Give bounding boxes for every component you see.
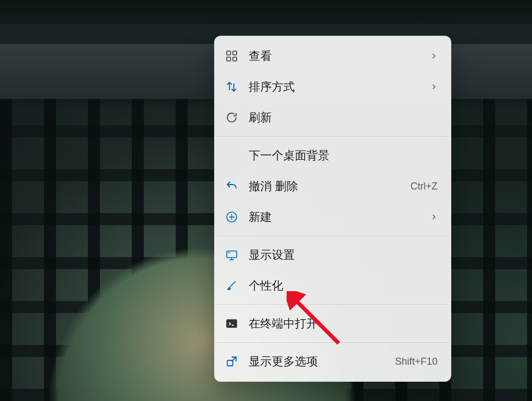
- menu-item-show-more-options[interactable]: 显示更多选项 Shift+F10: [215, 346, 451, 377]
- desktop-context-menu: 查看 排序方式 刷新 下一个桌面背景: [214, 36, 451, 382]
- svg-rect-1: [233, 51, 237, 55]
- menu-divider: [217, 342, 449, 343]
- menu-item-sort[interactable]: 排序方式: [215, 71, 451, 102]
- svg-rect-2: [227, 57, 231, 61]
- personalize-brush-icon: [225, 279, 239, 293]
- menu-item-label: 在终端中打开: [249, 316, 438, 331]
- view-grid-icon: [225, 49, 239, 63]
- refresh-icon: [225, 110, 239, 125]
- show-more-icon: [225, 354, 239, 369]
- menu-item-next-background[interactable]: 下一个桌面背景: [215, 140, 451, 171]
- blank-icon: [225, 148, 239, 163]
- svg-rect-3: [233, 57, 237, 61]
- menu-item-display-settings[interactable]: 显示设置: [215, 240, 451, 270]
- menu-item-label: 个性化: [249, 278, 438, 293]
- menu-item-shortcut: Ctrl+Z: [411, 181, 438, 192]
- svg-rect-7: [227, 251, 237, 258]
- svg-rect-11: [227, 320, 237, 327]
- menu-item-new[interactable]: 新建: [215, 202, 451, 232]
- menu-item-label: 显示更多选项: [249, 354, 385, 369]
- svg-point-10: [228, 252, 230, 254]
- chevron-right-icon: [430, 83, 438, 91]
- menu-item-label: 显示设置: [249, 247, 438, 263]
- menu-item-open-terminal[interactable]: 在终端中打开: [215, 308, 451, 339]
- svg-line-14: [232, 357, 236, 361]
- menu-item-label: 刷新: [249, 110, 438, 125]
- menu-item-label: 新建: [249, 209, 420, 225]
- terminal-icon: [225, 316, 239, 331]
- sort-icon: [225, 80, 239, 94]
- svg-rect-0: [227, 51, 231, 55]
- menu-item-label: 排序方式: [249, 79, 420, 94]
- menu-divider: [217, 304, 449, 305]
- new-plus-icon: [225, 210, 239, 224]
- menu-item-label: 下一个桌面背景: [249, 148, 438, 163]
- menu-item-label: 撤消 删除: [249, 179, 401, 194]
- menu-item-undo[interactable]: 撤消 删除 Ctrl+Z: [215, 171, 451, 202]
- menu-item-shortcut: Shift+F10: [395, 356, 438, 367]
- menu-divider: [217, 236, 449, 236]
- chevron-right-icon: [430, 213, 438, 221]
- display-settings-icon: [225, 248, 239, 262]
- menu-item-personalize[interactable]: 个性化: [215, 270, 451, 301]
- menu-divider: [217, 136, 449, 137]
- menu-item-label: 查看: [249, 48, 420, 64]
- menu-item-view[interactable]: 查看: [215, 41, 451, 71]
- chevron-right-icon: [430, 52, 438, 60]
- menu-item-refresh[interactable]: 刷新: [215, 102, 451, 133]
- undo-icon: [225, 179, 239, 193]
